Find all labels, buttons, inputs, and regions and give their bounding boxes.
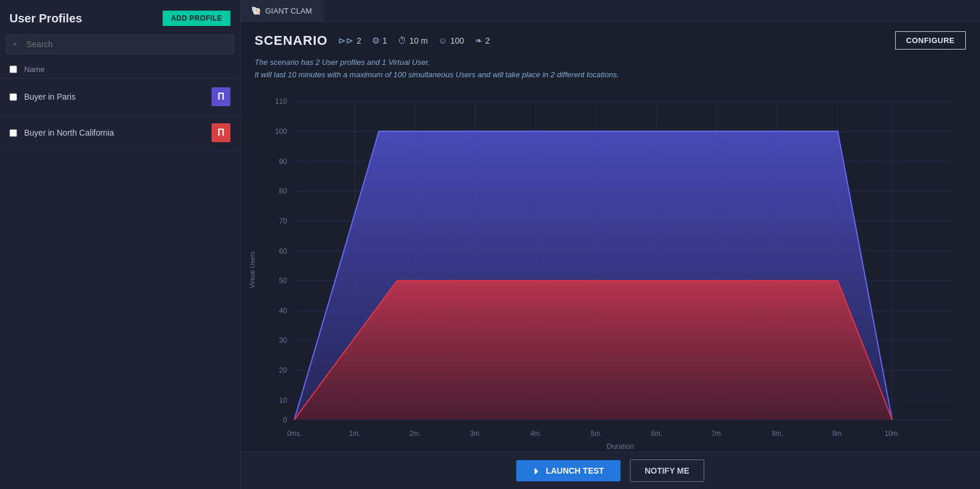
desc-line1: The scenario has 2 User profiles and 1 V… [255,57,966,69]
svg-text:9m.: 9m. [832,429,843,437]
sidebar-header: User Profiles ADD PROFILE [0,0,240,34]
svg-text:80: 80 [279,186,288,195]
clam-icon: 🐚 [251,6,261,15]
chart-svg-col: 110 100 90 80 70 60 50 40 30 20 10 0 0ms… [258,88,971,452]
virtual-users-count: 1 [382,36,387,45]
select-all-checkbox[interactable] [9,65,17,73]
chart-container: Virtual Users [240,88,980,452]
svg-text:3m.: 3m. [470,429,481,437]
svg-text:40: 40 [279,306,288,315]
desc-line2: It will last 10 minutes with a maximum o… [255,69,966,81]
svg-text:1m.: 1m. [349,429,361,437]
search-bar-container: ⚬ [6,34,234,54]
profile-icon-north-california: Π [212,123,230,142]
svg-text:0ms.: 0ms. [287,429,301,437]
profile-item-north-california[interactable]: Buyer in North California Π [0,115,240,151]
svg-text:6m.: 6m. [651,429,662,437]
search-input[interactable] [6,34,234,54]
list-header-label: Name [24,65,45,74]
clock-icon: ⏱ [398,35,407,45]
svg-text:2m.: 2m. [410,429,421,437]
scenario-label: SCENARIO [255,33,328,48]
scenario-header: SCENARIO ⊳⊳ 2 ⚙ 1 ⏱ 10 m ☺ [240,22,980,54]
add-profile-button[interactable]: ADD PROFILE [163,11,230,26]
red-area [294,280,892,419]
profiles-count: 2 [357,36,361,45]
svg-text:10: 10 [279,395,288,405]
users-icon: ☺ [438,35,447,45]
svg-text:20: 20 [279,365,288,375]
duration-value: 10 m [410,36,428,45]
scenario-title-row: SCENARIO ⊳⊳ 2 ⚙ 1 ⏱ 10 m ☺ [255,33,490,48]
virtual-users-icon: ⚙ [372,35,380,46]
notify-me-button[interactable]: NOTIFY ME [630,460,704,482]
y-axis-label: Virtual Users [249,251,256,288]
profile-checkbox-paris[interactable] [9,93,17,101]
tab-giant-clam[interactable]: 🐚 GIANT CLAM [240,0,323,21]
tab-label: GIANT CLAM [265,6,312,15]
svg-text:30: 30 [279,336,288,345]
scenario-description: The scenario has 2 User profiles and 1 V… [240,54,980,88]
profile-icon-paris: Π [212,87,230,106]
svg-text:110: 110 [275,97,288,106]
svg-text:Duration: Duration [607,441,634,451]
profile-list-header: Name [0,60,240,79]
max-users-value: 100 [450,36,464,45]
stat-locations: ❧ 2 [475,35,490,46]
launch-test-button[interactable]: ⏵ LAUNCH TEST [516,460,621,481]
locations-value: 2 [486,36,490,45]
launch-label: LAUNCH TEST [546,466,604,475]
chart-inner: Virtual Users [246,88,971,452]
main-panel: 🐚 GIANT CLAM SCENARIO ⊳⊳ 2 ⚙ 1 [240,0,980,489]
locations-icon: ❧ [475,35,483,46]
svg-text:0: 0 [283,415,287,424]
bottom-bar: ⏵ LAUNCH TEST NOTIFY ME [240,452,980,489]
profiles-icon: ⊳⊳ [338,35,354,46]
scenario-stats: ⊳⊳ 2 ⚙ 1 ⏱ 10 m ☺ 100 [338,35,490,46]
svg-text:5m.: 5m. [590,429,602,437]
search-icon: ⚬ [12,40,18,49]
tab-bar: 🐚 GIANT CLAM [240,0,980,22]
profile-name-north-california: Buyer in North California [24,128,212,137]
chart-svg: 110 100 90 80 70 60 50 40 30 20 10 0 0ms… [258,88,971,452]
sidebar-title: User Profiles [9,12,82,25]
configure-button[interactable]: CONFIGURE [895,31,966,50]
y-axis-label-col: Virtual Users [246,88,258,452]
profile-item-paris[interactable]: Buyer in Paris Π [0,79,240,115]
profile-name-paris: Buyer in Paris [24,92,212,101]
svg-text:60: 60 [279,246,288,255]
stat-profiles: ⊳⊳ 2 [338,35,361,46]
svg-text:90: 90 [279,156,288,166]
svg-text:70: 70 [279,216,288,225]
profile-checkbox-north-california[interactable] [9,129,17,137]
stat-duration: ⏱ 10 m [398,35,428,45]
svg-text:50: 50 [279,275,288,285]
stat-virtual-users: ⚙ 1 [372,35,387,46]
svg-text:4m.: 4m. [530,429,542,437]
svg-text:8m.: 8m. [772,429,783,437]
stat-max-users: ☺ 100 [438,35,464,45]
sidebar: User Profiles ADD PROFILE ⚬ Name Buyer i… [0,0,240,489]
launch-icon: ⏵ [533,466,541,475]
svg-text:10m.: 10m. [885,429,899,437]
svg-text:7m.: 7m. [711,429,722,437]
svg-text:100: 100 [275,126,288,136]
